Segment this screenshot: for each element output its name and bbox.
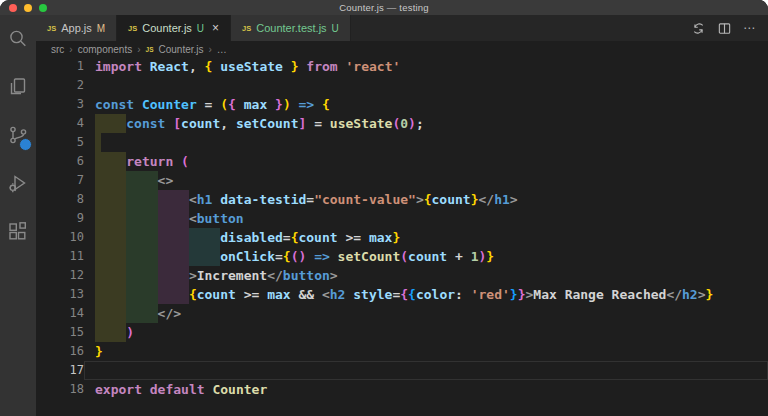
code-text: import React, { useState } from 'react' bbox=[84, 57, 768, 76]
indent-rainbow-block bbox=[126, 266, 157, 285]
code-line[interactable]: 13{count >= max && <h2 style={{color: 'r… bbox=[36, 285, 768, 304]
line-number: 9 bbox=[36, 209, 84, 228]
line-number: 2 bbox=[36, 76, 84, 95]
code-line[interactable]: 18export default Counter bbox=[36, 380, 768, 399]
code-text: const [count, setCount] = useState(0); bbox=[84, 114, 768, 133]
indent-rainbow-block bbox=[126, 190, 157, 209]
line-number: 11 bbox=[36, 247, 84, 266]
line-number: 4 bbox=[36, 114, 84, 133]
tab-counter-test-js[interactable]: JS Counter.test.js U bbox=[231, 15, 351, 41]
code-text: } bbox=[84, 342, 768, 361]
split-editor-icon[interactable] bbox=[717, 21, 732, 36]
indent-rainbow-block bbox=[189, 228, 220, 247]
minimize-window-button[interactable] bbox=[24, 4, 32, 12]
editor-actions: ⋯ bbox=[679, 15, 768, 41]
line-number: 15 bbox=[36, 323, 84, 342]
breadcrumb-item-symbol[interactable]: … bbox=[217, 44, 227, 55]
indent-rainbow-block bbox=[95, 228, 126, 247]
indent-rainbow-block bbox=[158, 228, 189, 247]
maximize-window-button[interactable] bbox=[39, 4, 47, 12]
indent-rainbow-block bbox=[158, 247, 189, 266]
code-line[interactable]: 12>Increment</button> bbox=[36, 266, 768, 285]
code-line[interactable]: 6return ( bbox=[36, 152, 768, 171]
indent-rainbow-block bbox=[126, 247, 157, 266]
code-line[interactable]: 10disabled={count >= max} bbox=[36, 228, 768, 247]
js-file-icon: JS bbox=[47, 24, 56, 33]
tab-counter-js[interactable]: JS Counter.js U × bbox=[117, 15, 231, 41]
breadcrumb-item-src[interactable]: src bbox=[51, 44, 64, 55]
code-line[interactable]: 4const [count, setCount] = useState(0); bbox=[36, 114, 768, 133]
breadcrumb-item-file[interactable]: Counter.js bbox=[158, 44, 203, 55]
code-line[interactable]: 15) bbox=[36, 323, 768, 342]
indent-rainbow-block bbox=[95, 133, 101, 152]
code-line[interactable]: 14</> bbox=[36, 304, 768, 323]
activitybar-run-debug[interactable] bbox=[0, 159, 36, 207]
window-title: Counter.js — testing bbox=[339, 2, 429, 13]
code-line[interactable]: 9<button bbox=[36, 209, 768, 228]
line-number: 5 bbox=[36, 133, 84, 152]
line-number: 1 bbox=[36, 57, 84, 76]
code-line[interactable]: 7<> bbox=[36, 171, 768, 190]
code-line[interactable]: 2 bbox=[36, 76, 768, 95]
line-number: 10 bbox=[36, 228, 84, 247]
line-number: 12 bbox=[36, 266, 84, 285]
indent-rainbow-block bbox=[126, 209, 157, 228]
code-lines: 1import React, { useState } from 'react'… bbox=[36, 57, 768, 399]
indent-rainbow-block bbox=[95, 171, 126, 190]
window-controls bbox=[9, 4, 47, 12]
close-tab-icon[interactable]: × bbox=[212, 22, 219, 34]
indent-rainbow-block bbox=[126, 285, 157, 304]
code-text: disabled={count >= max} bbox=[84, 228, 768, 247]
activitybar-explorer[interactable] bbox=[0, 63, 36, 111]
code-line[interactable]: 3const Counter = ({ max }) => { bbox=[36, 95, 768, 114]
more-actions-icon[interactable]: ⋯ bbox=[743, 22, 756, 34]
tab-label: Counter.js bbox=[142, 22, 192, 34]
code-text: const Counter = ({ max }) => { bbox=[84, 95, 768, 114]
indent-rainbow-block bbox=[158, 190, 189, 209]
code-text: </> bbox=[84, 304, 768, 323]
indent-rainbow-block bbox=[158, 209, 189, 228]
code-line[interactable]: 17 bbox=[36, 361, 768, 380]
indent-rainbow-block bbox=[95, 304, 126, 323]
js-file-icon: JS bbox=[128, 24, 137, 33]
code-editor[interactable]: 1import React, { useState } from 'react'… bbox=[36, 57, 768, 416]
indent-rainbow-block bbox=[95, 323, 126, 342]
code-text: ) bbox=[84, 323, 768, 342]
code-text: return ( bbox=[84, 152, 768, 171]
tab-label: Counter.test.js bbox=[256, 22, 326, 34]
code-text: export default Counter bbox=[84, 380, 768, 399]
titlebar: Counter.js — testing bbox=[0, 0, 768, 15]
tab-bar: JS App.js M JS Counter.js U × JS Counter… bbox=[36, 15, 768, 41]
indent-rainbow-block bbox=[126, 228, 157, 247]
code-line[interactable]: 1import React, { useState } from 'react' bbox=[36, 57, 768, 76]
line-number: 14 bbox=[36, 304, 84, 323]
open-changes-icon[interactable] bbox=[691, 21, 706, 36]
line-number: 17 bbox=[36, 361, 84, 380]
code-text: >Increment</button> bbox=[84, 266, 768, 285]
git-untracked-badge: U bbox=[197, 23, 204, 34]
code-line[interactable]: 5 bbox=[36, 133, 768, 152]
indent-rainbow-block bbox=[126, 171, 157, 190]
activitybar-search[interactable] bbox=[0, 15, 36, 63]
js-file-icon: JS bbox=[146, 46, 154, 53]
code-line[interactable]: 8<h1 data-testid="count-value">{count}</… bbox=[36, 190, 768, 209]
indent-rainbow-block bbox=[95, 209, 126, 228]
code-line[interactable]: 16} bbox=[36, 342, 768, 361]
activitybar-extensions[interactable] bbox=[0, 207, 36, 255]
code-line[interactable]: 11onClick={() => setCount(count + 1)} bbox=[36, 247, 768, 266]
breadcrumb-item-components[interactable]: components bbox=[78, 44, 132, 55]
code-text bbox=[84, 76, 768, 95]
line-number: 13 bbox=[36, 285, 84, 304]
breadcrumb: src › components › JS Counter.js › … bbox=[36, 41, 768, 57]
tab-app-js[interactable]: JS App.js M bbox=[36, 15, 117, 41]
code-text bbox=[84, 361, 768, 380]
breadcrumb-separator: › bbox=[209, 44, 212, 55]
close-window-button[interactable] bbox=[9, 4, 17, 12]
code-text: <button bbox=[84, 209, 768, 228]
git-untracked-badge: U bbox=[332, 23, 339, 34]
explorer-files-icon bbox=[6, 75, 30, 99]
run-debug-icon bbox=[6, 171, 30, 195]
indent-rainbow-block bbox=[126, 304, 157, 323]
activitybar-source-control[interactable] bbox=[0, 111, 36, 159]
indent-rainbow-block bbox=[95, 285, 126, 304]
